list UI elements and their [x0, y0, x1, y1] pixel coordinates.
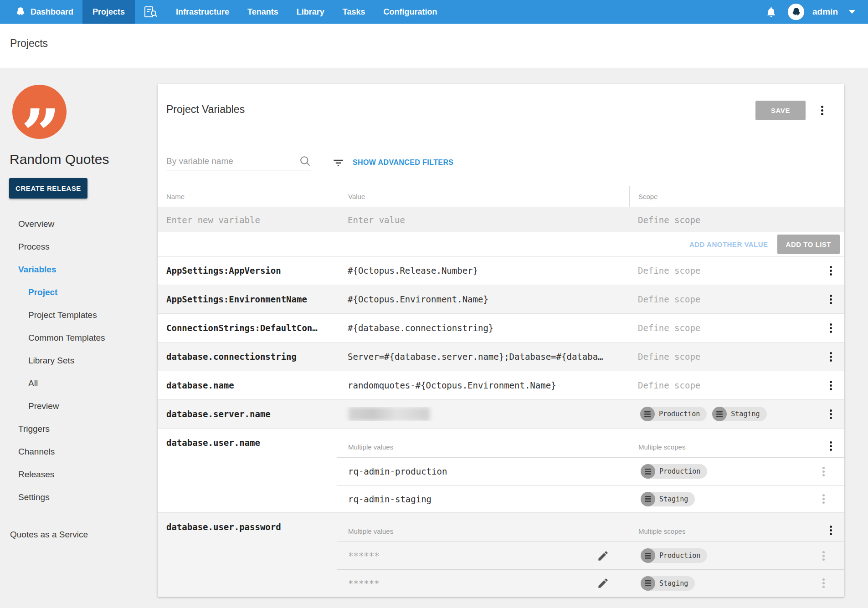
- sidebar-item-preview[interactable]: Preview: [0, 395, 158, 418]
- define-scope-link[interactable]: Define scope: [638, 294, 700, 304]
- nav-item-configuration[interactable]: Configuration: [375, 0, 447, 24]
- nav-item-infrastructure[interactable]: Infrastructure: [167, 0, 238, 24]
- variable-value: #{Octopus.Environment.Name}: [348, 294, 488, 304]
- environment-icon: [641, 492, 655, 506]
- sidebar-item-process[interactable]: Process: [0, 235, 158, 258]
- scope-chip-production[interactable]: Production: [640, 407, 707, 421]
- new-variable-row: Define scope: [158, 207, 844, 232]
- nav-item-dashboard[interactable]: Dashboard: [0, 0, 82, 24]
- scope-chip-label: Staging: [659, 495, 688, 503]
- variable-value-row: ******Production: [337, 542, 844, 569]
- row-menu-kebab-icon[interactable]: [828, 350, 834, 363]
- environment-icon: [640, 407, 655, 421]
- variable-value: randomquotes-#{Octopus.Environment.Name}: [348, 380, 556, 390]
- new-variable-value-input[interactable]: [348, 215, 615, 225]
- scope-chip-staging[interactable]: Staging: [641, 492, 695, 506]
- breadcrumb-bar: Projects: [0, 24, 868, 68]
- row-menu-kebab-icon[interactable]: [828, 408, 834, 421]
- new-variable-name-input[interactable]: [166, 215, 328, 225]
- multiple-values-label: Multiple values: [337, 435, 630, 451]
- value-menu-kebab-icon[interactable]: [821, 549, 827, 562]
- sidebar-item-settings[interactable]: Settings: [0, 486, 158, 509]
- variable-value: Server=#{database.server.name};Database=…: [348, 352, 603, 362]
- variable-value: ******: [348, 578, 380, 588]
- sidebar-item-variables[interactable]: Variables: [0, 258, 158, 281]
- sidebar-item-channels[interactable]: Channels: [0, 440, 158, 463]
- sidebar-item-triggers[interactable]: Triggers: [0, 418, 158, 440]
- scope-chip-label: Staging: [731, 410, 760, 418]
- chevron-down-icon[interactable]: [849, 10, 855, 14]
- define-scope-link[interactable]: Define scope: [638, 380, 700, 390]
- nav-item-library[interactable]: Library: [288, 0, 334, 24]
- nav-label: Dashboard: [31, 7, 73, 17]
- sidebar-item-project[interactable]: Project: [0, 281, 158, 304]
- scope-chip-staging[interactable]: Staging: [641, 576, 695, 591]
- sidebar-item-all[interactable]: All: [0, 372, 158, 395]
- sidebar-item-library-sets[interactable]: Library Sets: [0, 349, 158, 372]
- value-menu-kebab-icon[interactable]: [821, 465, 827, 478]
- sidebar-item-releases[interactable]: Releases: [0, 463, 158, 486]
- add-another-value-button[interactable]: ADD ANOTHER VALUE: [689, 240, 768, 248]
- variable-value-row: rq-admin-stagingStaging: [337, 485, 844, 512]
- scope-chip-production[interactable]: Production: [641, 548, 707, 563]
- define-scope-link[interactable]: Define scope: [638, 352, 700, 362]
- row-menu-kebab-icon[interactable]: [828, 293, 834, 306]
- value-menu-kebab-icon[interactable]: [821, 577, 827, 590]
- group-menu-kebab-icon[interactable]: [828, 524, 834, 537]
- sidebar-item-overview[interactable]: Overview: [0, 213, 158, 235]
- environment-icon: [641, 464, 655, 479]
- create-release-button[interactable]: CREATE RELEASE: [9, 178, 87, 199]
- multiple-values-label: Multiple values: [337, 519, 630, 535]
- new-variable-define-scope[interactable]: Define scope: [629, 215, 844, 225]
- row-menu-kebab-icon[interactable]: [828, 264, 834, 277]
- variable-search-input[interactable]: [166, 156, 299, 166]
- column-header-scope: Scope: [629, 186, 844, 207]
- variable-value-row: ******Staging: [337, 569, 844, 597]
- bell-icon[interactable]: [765, 6, 777, 18]
- nav-item-projects[interactable]: Projects: [82, 0, 135, 24]
- magnifier-icon: [299, 155, 311, 167]
- variable-value: #{Octopus.Release.Number}: [348, 266, 478, 276]
- row-menu-kebab-icon[interactable]: [828, 322, 834, 335]
- scope-chip-label: Staging: [659, 579, 688, 588]
- define-scope-link[interactable]: Define scope: [638, 266, 700, 276]
- row-menu-kebab-icon[interactable]: [828, 379, 834, 392]
- variable-search-field: [166, 155, 311, 170]
- pencil-icon[interactable]: [597, 577, 609, 589]
- nav-label: Configuration: [384, 7, 437, 17]
- variable-row-connectionstrings-defaultcon: ConnectionStrings:DefaultCon…#{database.…: [158, 314, 844, 342]
- scope-chip-label: Production: [659, 410, 700, 418]
- pencil-icon[interactable]: [597, 550, 609, 562]
- avatar-octopus-icon: [791, 6, 802, 18]
- variable-name: AppSettings:AppVersion: [158, 266, 337, 276]
- nav-item-tenants[interactable]: Tenants: [238, 0, 288, 24]
- search-docs-icon: [144, 6, 158, 18]
- variable-name: database.user.password: [158, 513, 337, 597]
- nav-item-project-search[interactable]: [135, 0, 167, 24]
- nav-item-tasks[interactable]: Tasks: [334, 0, 375, 24]
- page-title: Project Variables: [166, 101, 245, 116]
- user-avatar[interactable]: [788, 4, 804, 20]
- project-sidebar: ” Random Quotes CREATE RELEASE OverviewP…: [0, 68, 158, 608]
- variable-name: ConnectionStrings:DefaultCon…: [158, 323, 337, 333]
- scope-chip-staging[interactable]: Staging: [712, 407, 766, 421]
- save-button[interactable]: SAVE: [755, 101, 806, 120]
- card-overflow-menu-kebab-icon[interactable]: [819, 104, 825, 117]
- sidebar-item-project-templates[interactable]: Project Templates: [0, 304, 158, 327]
- variable-row-appsettings-environmentname: AppSettings:EnvironmentName#{Octopus.Env…: [158, 285, 844, 314]
- show-advanced-filters-link[interactable]: SHOW ADVANCED FILTERS: [353, 158, 453, 167]
- value-menu-kebab-icon[interactable]: [821, 492, 827, 506]
- scope-chip-production[interactable]: Production: [641, 464, 707, 479]
- project-name: Random Quotes: [10, 152, 158, 167]
- variables-table: Name Value Scope Define scope ADD ANOTHE…: [158, 186, 844, 597]
- group-menu-kebab-icon[interactable]: [828, 439, 834, 453]
- sidebar-item-common-templates[interactable]: Common Templates: [0, 327, 158, 349]
- filter-lines-icon: [332, 157, 344, 169]
- variable-value: rq-admin-staging: [348, 494, 431, 504]
- multi-value-region: Multiple valuesMultiple scopes******Prod…: [337, 513, 844, 597]
- add-to-list-button[interactable]: ADD TO LIST: [777, 235, 840, 254]
- define-scope-link[interactable]: Define scope: [638, 323, 700, 333]
- variable-row-database-connectionstring: database.connectionstringServer=#{databa…: [158, 342, 844, 371]
- user-name[interactable]: admin: [812, 7, 838, 17]
- variable-name: database.connectionstring: [158, 352, 337, 362]
